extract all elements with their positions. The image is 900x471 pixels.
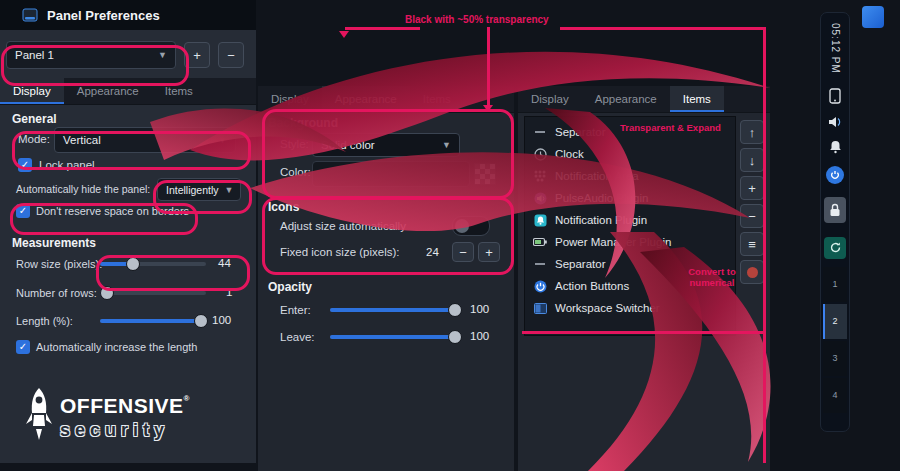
leave-opacity-slider[interactable] (330, 330, 460, 343)
list-item-notification-plugin[interactable]: Notification Plugin (529, 209, 731, 231)
list-item-clock[interactable]: Clock (529, 143, 731, 165)
list-item-label: Separator (555, 258, 606, 270)
lock-icon[interactable] (824, 197, 846, 223)
notification-bell-icon (533, 213, 547, 227)
list-item-label: Clock (555, 148, 584, 160)
rows-slider[interactable] (100, 286, 206, 299)
chevron-down-icon: ▼ (218, 135, 227, 145)
item-down-button[interactable]: ↓ (740, 148, 764, 172)
adjust-size-toggle[interactable] (452, 216, 490, 236)
length-value: 100 (212, 314, 231, 326)
workspace-button-4[interactable]: 4 (823, 378, 847, 413)
background-style-select[interactable]: Solid color ▼ (312, 133, 460, 157)
lock-panel-checkbox[interactable]: ✓ (18, 158, 32, 172)
annotation-line (345, 27, 420, 30)
enter-opacity-slider[interactable] (330, 303, 460, 316)
reserve-space-label: Don't reserve space on borders (36, 205, 189, 217)
fixed-size-plus-button[interactable]: + (478, 242, 500, 262)
item-edit-button[interactable]: ≡ (740, 232, 764, 256)
chevron-down-icon: ▼ (225, 185, 234, 195)
list-item-label: Power Manager Plugin (555, 236, 671, 248)
reserve-space-checkbox[interactable]: ✓ (16, 204, 30, 218)
style-label: Style: (280, 138, 309, 150)
fixed-size-label: Fixed icon size (pixels): (280, 246, 400, 258)
left-tab-appearance[interactable]: Appearance (64, 78, 152, 104)
offsec-rocket-icon (24, 386, 54, 446)
right-tab-items[interactable]: Items (670, 86, 724, 112)
list-item-separator-2[interactable]: Separator (529, 253, 731, 275)
panel-preferences-icon (22, 7, 38, 23)
fixed-size-value: 24 (426, 246, 439, 258)
fixed-size-minus-button[interactable]: − (452, 242, 474, 262)
leave-opacity-value: 100 (470, 330, 489, 342)
list-item-power-manager[interactable]: Power Manager Plugin (529, 231, 731, 253)
offsec-logo-line1: OFFENSIVE® (60, 394, 190, 418)
mode-select-value: Vertical (63, 134, 101, 146)
leave-label: Leave: (280, 331, 315, 343)
power-button-icon (533, 279, 547, 293)
transparency-swatch[interactable] (474, 163, 496, 185)
battery-icon (533, 235, 547, 249)
display-icon[interactable] (829, 88, 841, 104)
refresh-icon[interactable] (824, 237, 846, 259)
autohide-select[interactable]: Intelligently ▼ (157, 178, 241, 201)
list-item-label: PulseAudio Plugin (555, 192, 648, 204)
auto-length-checkbox[interactable]: ✓ (16, 340, 30, 354)
list-item-notification-area[interactable]: Notification Area (529, 165, 731, 187)
panel-clock[interactable]: 05:12 PM (830, 23, 841, 74)
left-tab-items[interactable]: Items (152, 78, 206, 104)
add-panel-button[interactable]: + (184, 42, 210, 68)
row-size-slider[interactable] (100, 257, 206, 270)
screenshot-root: Panel Preferences Panel 1 ▼ + − Display … (0, 0, 900, 471)
separator-icon (533, 125, 547, 139)
list-item-workspace-switcher[interactable]: Workspace Switcher (529, 297, 731, 319)
mode-select[interactable]: Vertical ▼ (54, 127, 236, 153)
row-size-value: 44 (218, 257, 231, 269)
clock-icon (533, 147, 547, 161)
opacity-heading: Opacity (268, 280, 312, 294)
middle-tab-items[interactable]: Items (410, 86, 464, 112)
autohide-select-value: Intelligently (166, 184, 219, 196)
background-style-value: Solid color (321, 139, 375, 151)
icons-heading: Icons (268, 200, 299, 214)
length-slider[interactable] (100, 314, 206, 327)
list-item-label: Action Buttons (555, 280, 629, 292)
workspace-button-2[interactable]: 2 (823, 304, 847, 339)
pulseaudio-icon (533, 191, 547, 205)
middle-tab-display[interactable]: Display (258, 86, 322, 112)
right-tab-appearance[interactable]: Appearance (582, 86, 670, 112)
middle-tab-appearance[interactable]: Appearance (322, 86, 410, 112)
list-item-label: Notification Plugin (555, 214, 647, 226)
left-tabbar: Display Appearance Items (0, 78, 256, 105)
window-title: Panel Preferences (47, 8, 160, 23)
item-add-button[interactable]: + (740, 176, 764, 200)
volume-icon[interactable] (828, 116, 842, 128)
item-up-button[interactable]: ↑ (740, 120, 764, 144)
list-item-separator-1[interactable]: Separator (529, 121, 731, 143)
chevron-down-icon: ▼ (158, 50, 167, 60)
color-label: Color: (280, 166, 311, 178)
workspace-button-3[interactable]: 3 (823, 341, 847, 376)
panel-select-value: Panel 1 (15, 49, 54, 61)
panel-select[interactable]: Panel 1 ▼ (6, 41, 176, 69)
list-item-action-buttons[interactable]: Action Buttons (529, 275, 731, 297)
workspace-button-1[interactable]: 1 (823, 267, 847, 302)
notifications-bell-icon[interactable] (829, 140, 842, 154)
item-remove-button[interactable]: − (740, 204, 764, 228)
about-circle-icon (747, 267, 758, 278)
offsec-logo-text: OFFENSIVE (60, 394, 184, 417)
list-item-label: Notification Area (555, 170, 639, 182)
autohide-label: Automatically hide the panel: (16, 183, 150, 195)
background-color-button[interactable] (312, 161, 470, 187)
list-item-pulseaudio[interactable]: PulseAudio Plugin (529, 187, 731, 209)
kali-menu-icon[interactable] (862, 6, 884, 28)
remove-panel-button[interactable]: − (218, 42, 244, 68)
power-manager-icon[interactable] (826, 166, 844, 184)
right-tab-display[interactable]: Display (518, 86, 582, 112)
auto-length-label: Automatically increase the length (36, 341, 197, 353)
length-label: Length (%): (16, 315, 73, 327)
mode-label: Mode: (18, 133, 50, 145)
item-about-button[interactable] (740, 260, 764, 284)
left-tab-display[interactable]: Display (0, 78, 64, 104)
offsec-logo-line2: security (60, 420, 169, 441)
